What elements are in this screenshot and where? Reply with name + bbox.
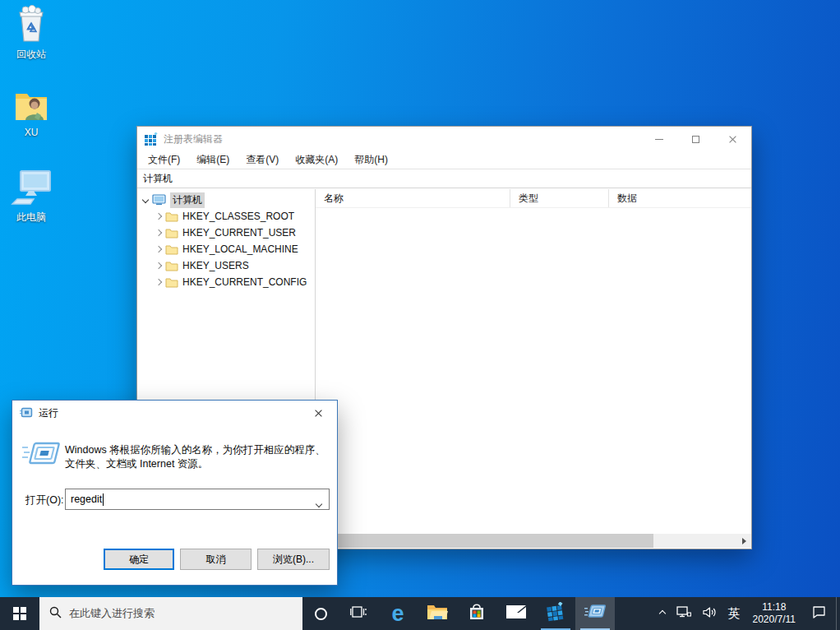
menu-edit[interactable]: 编辑(E) — [188, 151, 238, 169]
combo-dropdown-button[interactable] — [316, 498, 321, 509]
menu-help[interactable]: 帮助(H) — [346, 151, 396, 169]
user-folder-icon — [2, 82, 61, 123]
start-button[interactable] — [0, 597, 39, 630]
address-text: 计算机 — [143, 172, 173, 186]
action-center-icon — [812, 605, 826, 622]
run-description: Windows 将根据你所输入的名称，为你打开相应的程序、 文件夹、文档或 In… — [65, 443, 330, 471]
desktop-icon-label: 回收站 — [2, 48, 61, 62]
registry-address-bar[interactable]: 计算机 — [137, 169, 751, 188]
search-icon — [49, 606, 62, 622]
edge-button[interactable]: e — [378, 597, 418, 630]
tree-node-computer[interactable]: 计算机 — [137, 192, 315, 208]
desktop-icon-label: XU — [2, 127, 61, 138]
registry-titlebar[interactable]: 注册表编辑器 — [137, 127, 751, 151]
volume-icon — [703, 606, 717, 622]
column-header-type[interactable]: 类型 — [510, 189, 609, 207]
menu-view[interactable]: 查看(V) — [238, 151, 287, 169]
column-header-name[interactable]: 名称 — [316, 189, 510, 207]
run-command-input[interactable]: regedit — [65, 489, 330, 510]
file-explorer-icon — [427, 603, 448, 624]
registry-taskbar-icon — [546, 602, 565, 625]
cancel-button[interactable]: 取消 — [180, 549, 252, 570]
recycle-bin-icon — [2, 3, 61, 44]
chevron-up-icon — [658, 610, 665, 617]
menu-file[interactable]: 文件(F) — [140, 151, 188, 169]
run-description-line2: 文件夹、文档或 Internet 资源。 — [65, 457, 330, 471]
task-view-button[interactable] — [339, 597, 378, 630]
scroll-right-icon — [742, 538, 746, 544]
run-close-button[interactable] — [300, 401, 337, 425]
run-app-icon — [20, 407, 33, 419]
chevron-down-icon[interactable] — [139, 197, 152, 202]
scroll-right-button[interactable] — [737, 534, 751, 548]
chevron-right-icon[interactable] — [152, 214, 165, 219]
maximize-button[interactable] — [677, 127, 714, 151]
run-dialog-taskbar-button[interactable] — [575, 597, 615, 630]
scrollbar-thumb[interactable] — [330, 534, 653, 548]
horizontal-scrollbar[interactable] — [316, 534, 751, 548]
tree-node-hkey-current-user[interactable]: HKEY_CURRENT_USER — [137, 225, 315, 241]
network-icon — [676, 606, 691, 622]
taskbar-clock[interactable]: 11:18 2020/7/11 — [746, 601, 803, 626]
system-tray: 英 11:18 2020/7/11 — [654, 597, 840, 630]
hidden-icons-button[interactable] — [654, 597, 671, 630]
folder-icon — [165, 261, 178, 271]
chevron-right-icon[interactable] — [152, 247, 165, 252]
registry-app-icon — [145, 132, 158, 146]
taskbar-search-box[interactable]: 在此键入进行搜索 — [39, 597, 302, 630]
close-icon — [728, 135, 737, 144]
edge-icon: e — [391, 603, 404, 625]
minimize-icon — [655, 139, 663, 140]
mail-icon — [505, 604, 527, 623]
store-button[interactable] — [457, 597, 496, 630]
open-label: 打开(O): — [25, 493, 64, 507]
volume-button[interactable] — [697, 597, 722, 630]
desktop: 回收站 XU 此电脑 — [0, 0, 840, 630]
ime-indicator[interactable]: 英 — [722, 597, 746, 630]
clock-time: 11:18 — [753, 601, 796, 614]
cortana-button[interactable] — [302, 597, 339, 630]
column-header-data[interactable]: 数据 — [609, 189, 751, 207]
maximize-icon — [692, 136, 699, 143]
chevron-right-icon[interactable] — [152, 280, 165, 285]
network-button[interactable] — [671, 597, 697, 630]
chevron-right-icon[interactable] — [152, 263, 165, 268]
run-dialog-icon — [22, 440, 60, 473]
action-center-button[interactable] — [802, 597, 836, 630]
close-button[interactable] — [714, 127, 751, 151]
run-dialog: 运行 Windows 将根据你所输入的名称，为你打开相应的程序、 文件夹、文档或… — [12, 400, 338, 586]
tree-node-label: 计算机 — [170, 192, 205, 208]
minimize-button[interactable] — [640, 127, 677, 151]
menu-favorites[interactable]: 收藏夹(A) — [287, 151, 346, 169]
chevron-right-icon[interactable] — [152, 230, 165, 235]
folder-icon — [165, 277, 178, 288]
run-titlebar[interactable]: 运行 — [12, 401, 337, 425]
registry-window-title: 注册表编辑器 — [164, 132, 223, 146]
ok-button[interactable]: 确定 — [104, 549, 174, 570]
desktop-icon-label: 此电脑 — [2, 211, 61, 225]
registry-editor-taskbar-button[interactable] — [536, 597, 575, 630]
tree-node-hkey-current-config[interactable]: HKEY_CURRENT_CONFIG — [137, 274, 315, 290]
chevron-down-icon — [316, 501, 322, 507]
run-dialog-title: 运行 — [39, 406, 58, 420]
tree-node-hkey-users[interactable]: HKEY_USERS — [137, 257, 315, 274]
registry-value-list: 名称 类型 数据 — [316, 189, 751, 548]
file-explorer-button[interactable] — [418, 597, 457, 630]
tree-node-label: HKEY_CURRENT_CONFIG — [182, 276, 307, 288]
task-view-icon — [350, 605, 367, 622]
folder-icon — [165, 211, 178, 222]
scrollbar-track[interactable] — [330, 534, 737, 548]
browse-button[interactable]: 浏览(B)... — [257, 549, 330, 570]
desktop-icon-this-pc[interactable]: 此电脑 — [2, 166, 61, 225]
desktop-icon-recycle-bin[interactable]: 回收站 — [2, 3, 61, 62]
cortana-icon — [315, 608, 327, 620]
show-desktop-button[interactable] — [836, 597, 840, 630]
folder-icon — [165, 244, 178, 255]
tree-node-hkey-local-machine[interactable]: HKEY_LOCAL_MACHINE — [137, 241, 315, 257]
mail-button[interactable] — [496, 597, 536, 630]
tree-node-label: HKEY_USERS — [182, 260, 249, 271]
desktop-icon-user-folder[interactable]: XU — [2, 82, 61, 138]
search-placeholder: 在此键入进行搜索 — [69, 606, 155, 621]
tree-node-hkey-classes-root[interactable]: HKEY_CLASSES_ROOT — [137, 208, 315, 225]
tree-node-label: HKEY_CURRENT_USER — [182, 227, 296, 239]
